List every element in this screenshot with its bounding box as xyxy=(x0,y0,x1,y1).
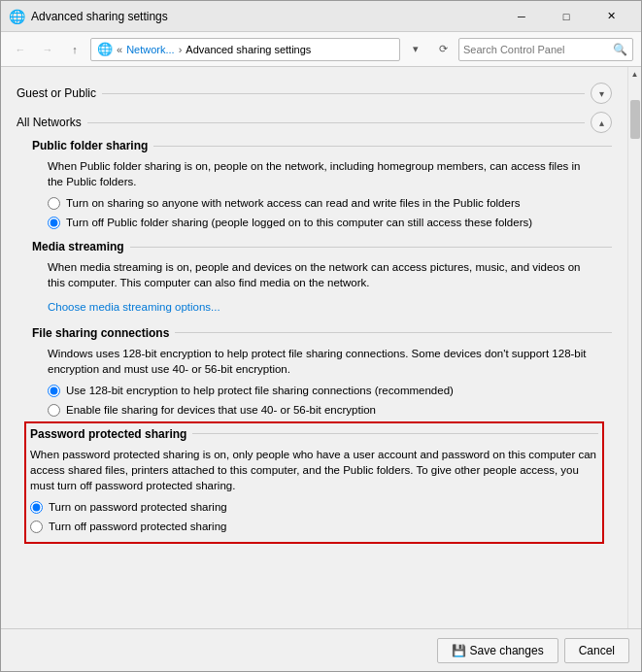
save-button[interactable]: 💾 Save changes xyxy=(437,638,558,663)
file-sharing-subsection: File sharing connections Windows uses 12… xyxy=(32,326,612,418)
file-sharing-label-2: Enable file sharing for devices that use… xyxy=(66,402,376,418)
password-protected-header: Password protected sharing xyxy=(30,427,598,441)
guest-public-section-header: Guest or Public ▾ xyxy=(17,83,612,104)
password-protected-radio-1[interactable] xyxy=(30,501,43,514)
file-sharing-radio-2[interactable] xyxy=(48,404,60,417)
file-sharing-desc: Windows uses 128-bit encryption to help … xyxy=(48,346,596,377)
public-folder-radio-group: Turn on sharing so anyone with network a… xyxy=(48,195,596,230)
media-streaming-link[interactable]: Choose media streaming options... xyxy=(48,301,220,313)
path-current: Advanced sharing settings xyxy=(186,44,311,55)
password-protected-section: Password protected sharing When password… xyxy=(24,421,604,544)
public-folder-radio-1[interactable] xyxy=(48,197,60,210)
all-networks-line xyxy=(87,122,585,123)
cancel-button[interactable]: Cancel xyxy=(564,638,629,663)
password-protected-label-2: Turn off password protected sharing xyxy=(49,519,226,534)
file-sharing-label-1: Use 128-bit encryption to help protect f… xyxy=(66,383,454,398)
file-sharing-radio-group: Use 128-bit encryption to help protect f… xyxy=(48,383,596,418)
path-network[interactable]: Network... xyxy=(126,44,175,55)
public-folder-label-1: Turn on sharing so anyone with network a… xyxy=(66,195,521,211)
address-bar: ← → ↑ 🌐 « Network... › Advanced sharing … xyxy=(1,32,641,67)
address-path-text: 🌐 « Network... › Advanced sharing settin… xyxy=(97,42,311,56)
password-protected-title: Password protected sharing xyxy=(30,427,186,441)
maximize-button[interactable]: □ xyxy=(544,4,589,29)
file-sharing-title: File sharing connections xyxy=(32,326,169,340)
network-icon: 🌐 xyxy=(97,42,113,56)
file-sharing-header: File sharing connections xyxy=(32,326,612,340)
password-protected-option-1: Turn on password protected sharing xyxy=(30,499,583,515)
title-bar: 🌐 Advanced sharing settings ─ □ ✕ xyxy=(1,1,641,32)
address-path: 🌐 « Network... › Advanced sharing settin… xyxy=(90,38,400,61)
all-networks-chevron[interactable]: ▴ xyxy=(591,112,612,133)
dropdown-button[interactable]: ▾ xyxy=(404,38,427,61)
password-protected-desc: When password protected sharing is on, o… xyxy=(30,447,598,493)
close-button[interactable]: ✕ xyxy=(589,4,633,29)
file-sharing-radio-1[interactable] xyxy=(48,385,60,397)
public-folder-header: Public folder sharing xyxy=(32,139,612,152)
back-button[interactable]: ← xyxy=(9,38,32,61)
password-protected-radio-2[interactable] xyxy=(30,521,43,533)
media-streaming-header: Media streaming xyxy=(32,240,612,253)
footer: 💾 Save changes Cancel xyxy=(1,628,641,671)
forward-button[interactable]: → xyxy=(36,38,59,61)
up-button[interactable]: ↑ xyxy=(63,38,86,61)
save-label: Save changes xyxy=(470,644,544,657)
public-folder-option-2: Turn off Public folder sharing (people l… xyxy=(48,215,596,230)
all-networks-title: All Networks xyxy=(17,116,87,129)
file-sharing-option-2: Enable file sharing for devices that use… xyxy=(48,402,596,418)
window-title: Advanced sharing settings xyxy=(31,10,168,23)
media-streaming-subsection: Media streaming When media streaming is … xyxy=(32,240,612,316)
guest-public-chevron[interactable]: ▾ xyxy=(591,83,612,104)
all-networks-section-header: All Networks ▴ xyxy=(17,112,612,133)
scrollbar-area: Guest or Public ▾ All Networks ▴ Public … xyxy=(1,67,641,628)
public-folder-title: Public folder sharing xyxy=(32,139,148,152)
title-buttons: ─ □ ✕ xyxy=(499,4,633,29)
public-folder-subsection: Public folder sharing When Public folder… xyxy=(32,139,612,230)
search-icon[interactable]: 🔍 xyxy=(611,41,628,58)
minimize-button[interactable]: ─ xyxy=(499,4,544,29)
title-bar-left: 🌐 Advanced sharing settings xyxy=(9,9,168,24)
password-protected-option-2: Turn off password protected sharing xyxy=(30,519,583,534)
password-protected-radio-group: Turn on password protected sharing Turn … xyxy=(30,499,583,534)
main-window: 🌐 Advanced sharing settings ─ □ ✕ ← → ↑ … xyxy=(0,0,642,672)
public-folder-radio-2[interactable] xyxy=(48,217,60,229)
media-streaming-title: Media streaming xyxy=(32,240,124,253)
guest-public-line xyxy=(102,93,585,94)
password-protected-label-1: Turn on password protected sharing xyxy=(49,499,227,515)
window-icon: 🌐 xyxy=(9,9,25,24)
file-sharing-option-1: Use 128-bit encryption to help protect f… xyxy=(48,383,596,398)
guest-public-title: Guest or Public xyxy=(17,86,102,100)
public-folder-label-2: Turn off Public folder sharing (people l… xyxy=(66,215,532,230)
scroll-up-arrow[interactable]: ▲ xyxy=(628,67,642,81)
media-streaming-desc: When media streaming is on, people and d… xyxy=(48,259,596,290)
search-input[interactable] xyxy=(463,44,611,55)
refresh-button[interactable]: ⟳ xyxy=(431,38,455,61)
search-box: 🔍 xyxy=(458,38,633,61)
save-icon: 💾 xyxy=(452,644,466,657)
public-folder-desc: When Public folder sharing is on, people… xyxy=(48,158,596,189)
public-folder-option-1: Turn on sharing so anyone with network a… xyxy=(48,195,596,211)
scroll-thumb[interactable] xyxy=(630,100,640,139)
main-content: Guest or Public ▾ All Networks ▴ Public … xyxy=(1,67,627,628)
scrollbar[interactable]: ▲ xyxy=(627,67,641,628)
